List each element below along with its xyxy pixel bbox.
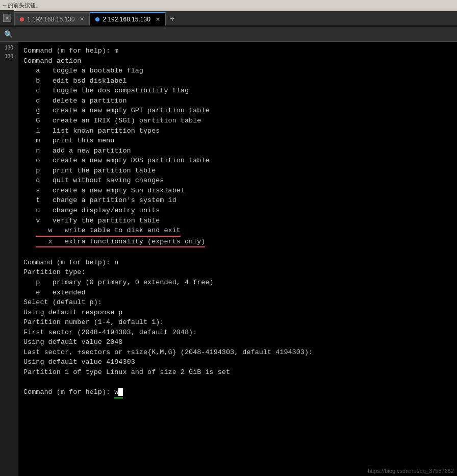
tab1-dot: [20, 17, 24, 21]
tab-2[interactable]: 2 192.168.15.130 ✕: [90, 12, 165, 26]
search-bar: 🔍: [0, 27, 457, 42]
add-tab-button[interactable]: +: [166, 12, 179, 26]
current-input: w: [114, 387, 123, 398]
terminal-area[interactable]: Command (m for help): m Command action a…: [18, 42, 457, 476]
tab2-dot: [95, 17, 99, 21]
top-bar-text: ←的前头按钮。: [2, 2, 41, 9]
tab-close-area: ✕: [0, 10, 14, 26]
search-icon: 🔍: [4, 30, 13, 38]
tab2-label: 2 192.168.15.130: [103, 16, 150, 23]
tab1-close[interactable]: ✕: [80, 16, 84, 22]
main-area: 130 130 Command (m for help): m Command …: [0, 42, 457, 476]
top-bar: ←的前头按钮。: [0, 0, 457, 11]
cursor: [118, 388, 123, 396]
session2-label: 130: [1, 53, 18, 60]
x-line: x extra functionality (experts only): [36, 237, 205, 248]
watermark: https://blog.csdn.net/qq_37587652: [368, 468, 454, 474]
tab1-label: 1 192.168.15.130: [27, 16, 74, 23]
tab-1[interactable]: 1 192.168.15.130 ✕: [14, 12, 90, 26]
left-panel: 130 130: [0, 42, 18, 476]
w-line: w write table to disk and exit: [36, 226, 181, 237]
line-1: Command (m for help): m Command action a…: [23, 47, 313, 396]
tab-bar: ✕ 1 192.168.15.130 ✕ 2 192.168.15.130 ✕ …: [0, 11, 457, 27]
tab2-close[interactable]: ✕: [156, 16, 160, 23]
close-window-button[interactable]: ✕: [3, 14, 11, 22]
session1-label: 130: [1, 44, 18, 52]
terminal-output: Command (m for help): m Command action a…: [23, 46, 452, 398]
